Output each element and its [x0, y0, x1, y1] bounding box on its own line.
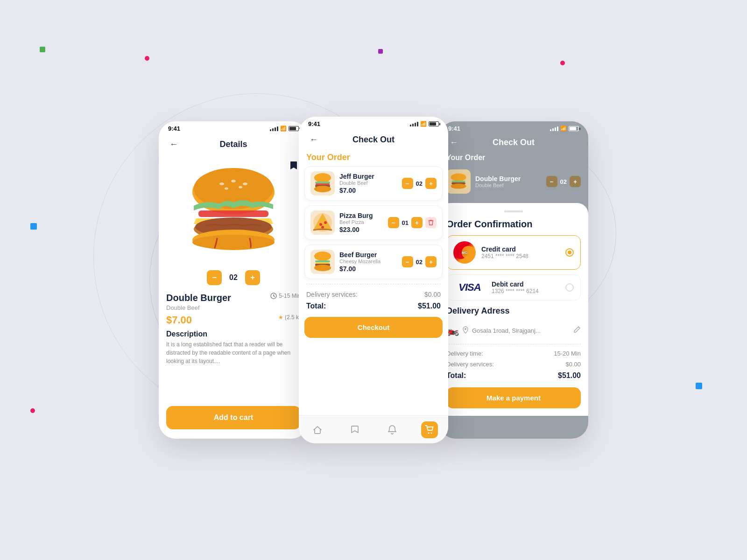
- nav-title-right: Check Out: [461, 138, 566, 147]
- home-nav-icon[interactable]: [309, 421, 326, 438]
- description-text: It is a long established fact that a rea…: [166, 340, 301, 365]
- delivery-time-row: Delivery time: 15-20 Min: [446, 348, 581, 359]
- svg-rect-15: [316, 183, 330, 185]
- item3-decrease[interactable]: −: [402, 256, 413, 267]
- svg-point-30: [431, 432, 432, 434]
- preview-item-img: [446, 169, 471, 194]
- visa-logo: VISA: [453, 280, 486, 294]
- delivery-value: $0.00: [424, 291, 441, 298]
- signal-icon-center: [410, 122, 418, 126]
- mc-radio[interactable]: [565, 248, 574, 257]
- mc-label: Credit card: [481, 245, 560, 253]
- delivery-time-value: 15-20 Min: [554, 350, 581, 357]
- cart-nav-icon[interactable]: [421, 421, 438, 438]
- status-time-left: 9:41: [168, 125, 180, 132]
- svg-point-6: [239, 186, 242, 189]
- edit-address-button[interactable]: [573, 326, 581, 335]
- phones-container: 9:41 📶 ← Details: [159, 117, 588, 443]
- preview-item: Double Burger Double Beef − 02 +: [439, 166, 588, 197]
- notification-nav-icon[interactable]: [384, 421, 401, 438]
- qty-increase-button[interactable]: +: [245, 270, 260, 285]
- make-payment-button[interactable]: Make a payment: [446, 387, 581, 408]
- bg-dot-5: [30, 223, 37, 230]
- battery-icon-left: [289, 126, 299, 131]
- jeff-burger-icon: [311, 172, 334, 195]
- bottom-nav: [299, 415, 448, 443]
- mastercard-option[interactable]: MC Credit card 2451 **** **** 2548: [446, 235, 581, 270]
- qty-control-2: − 01 +: [388, 217, 437, 228]
- your-order-label-right: Your Order: [439, 153, 588, 166]
- bg-dot-2: [145, 56, 149, 61]
- item-sub-2: Beef Pizza: [339, 219, 383, 225]
- preview-increase[interactable]: +: [570, 176, 581, 187]
- svg-point-22: [324, 221, 327, 224]
- description-title: Description: [166, 330, 301, 338]
- qty-decrease-button[interactable]: −: [207, 270, 222, 285]
- nav-bar-center: ← Check Out: [299, 129, 448, 150]
- back-button-right[interactable]: ←: [446, 135, 461, 150]
- svg-point-5: [225, 188, 228, 190]
- order-item-2: Pizza Burg Beef Pizza $23.00 − 01 +: [304, 205, 443, 240]
- item-price-1: $7.00: [339, 187, 397, 194]
- preview-item-sub: Double Beef: [475, 182, 521, 188]
- status-icons-left: 📶: [270, 126, 299, 132]
- preview-burger-icon: [448, 172, 469, 191]
- delivery-label: Delivery services:: [306, 291, 358, 298]
- wifi-icon-left: 📶: [280, 126, 287, 132]
- signal-icon-left: [270, 126, 278, 131]
- bg-dot-8: [696, 383, 702, 389]
- svg-point-28: [314, 265, 331, 271]
- visa-option[interactable]: VISA Debit card 1326 **** **** 6214: [446, 274, 581, 301]
- status-icons-center: 📶: [410, 121, 439, 127]
- bookmark-nav-icon[interactable]: [346, 421, 363, 438]
- bookmark-nav-icon-svg: [351, 425, 359, 434]
- back-button-center[interactable]: ←: [306, 132, 321, 147]
- svg-rect-26: [316, 262, 330, 264]
- svg-point-2: [219, 182, 224, 185]
- total-label: Total:: [306, 302, 326, 310]
- item3-increase[interactable]: +: [425, 256, 437, 267]
- product-hero: [159, 154, 308, 266]
- svg-point-21: [319, 223, 322, 226]
- delivery-address-title: Delivery Adress: [446, 306, 581, 316]
- item1-decrease[interactable]: −: [402, 178, 413, 189]
- item2-increase[interactable]: +: [411, 217, 423, 228]
- phone-checkout: 9:41 📶 ← Check Out Your Order: [299, 117, 448, 443]
- visa-radio[interactable]: [565, 283, 574, 292]
- visa-number: 1326 **** **** 6214: [492, 288, 560, 294]
- svg-point-4: [243, 182, 247, 185]
- details-price-row: $7.00 ★ (2.5 k): [166, 314, 301, 326]
- checkout-button[interactable]: Checkout: [304, 317, 443, 338]
- svg-point-13: [314, 173, 331, 182]
- phone-confirm: 9:41 📶 ← Check Out Your Order: [439, 121, 588, 439]
- mc-number: 2451 **** **** 2548: [481, 253, 560, 259]
- total-value: $51.00: [418, 302, 441, 310]
- item3-qty: 02: [416, 259, 423, 266]
- status-bar-right: 9:41 📶: [439, 121, 588, 132]
- item2-decrease[interactable]: −: [388, 217, 399, 228]
- nav-title-center: Check Out: [321, 135, 426, 145]
- bg-dot-3: [378, 49, 383, 54]
- preview-decrease[interactable]: −: [546, 176, 557, 187]
- svg-rect-25: [315, 260, 330, 262]
- add-to-cart-button[interactable]: Add to cart: [166, 406, 301, 429]
- item-sub-1: Double Beef: [339, 180, 397, 186]
- item-name-2: Pizza Burg: [339, 212, 383, 219]
- signal-icon-right: [550, 126, 558, 131]
- delivery-address-row: 🏍️ Gosala 1road, Sirajganj...: [446, 321, 581, 340]
- nav-title-left: Details: [181, 140, 286, 149]
- mastercard-logo: MC: [453, 241, 476, 264]
- nav-bar-left: ← Details: [159, 134, 308, 154]
- confirm-title: Order Confirmation: [446, 219, 581, 230]
- motorcycle-icon: 🏍️: [446, 324, 459, 336]
- product-sub-left: Double Beef: [166, 304, 200, 311]
- status-bar-left: 9:41 📶: [159, 121, 308, 134]
- confirm-summary: Delivery time: 15-20 Min Delivery servic…: [446, 344, 581, 382]
- item1-increase[interactable]: +: [425, 178, 437, 189]
- visa-label: Debit card: [492, 280, 560, 288]
- item2-delete[interactable]: [425, 217, 437, 228]
- preview-qty-control: − 02 +: [546, 176, 581, 187]
- svg-point-24: [314, 252, 331, 261]
- back-button-left[interactable]: ←: [166, 137, 181, 152]
- order-item-1: Jeff Burger Double Beef $7.00 − 02 +: [304, 166, 443, 201]
